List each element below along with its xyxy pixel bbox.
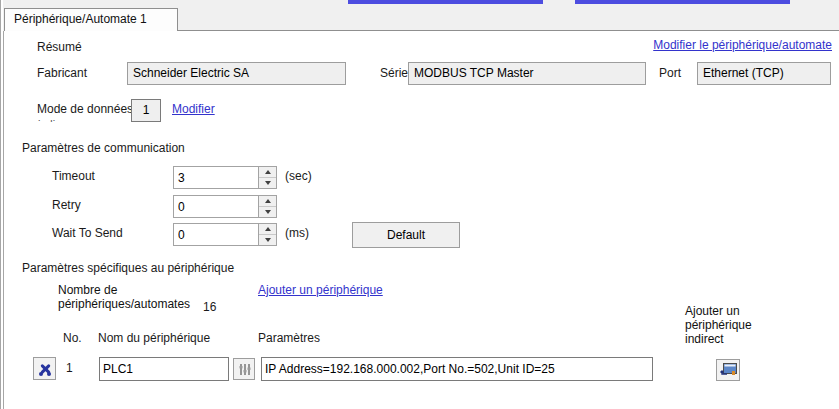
clipped-top-link-1[interactable] [348, 0, 543, 4]
device-specific-title: Paramètres spécifiques au périphérique [22, 261, 234, 275]
default-button[interactable]: Default [352, 222, 460, 248]
down-arrow-icon [265, 238, 271, 242]
wait-unit-label: (ms) [285, 226, 309, 240]
series-field: MODBUS TCP Master [408, 62, 646, 85]
timeout-stepper[interactable] [173, 166, 277, 189]
device-settings-button[interactable] [33, 357, 56, 380]
clipped-top-link-2[interactable] [575, 0, 790, 4]
port-field: Ethernet (TCP) [697, 62, 831, 85]
timeout-input[interactable] [174, 167, 258, 188]
column-header-name: Nom du périphérique [98, 331, 210, 345]
wait-down-button[interactable] [259, 234, 276, 245]
timeout-up-button[interactable] [259, 167, 276, 177]
tab-baseline [178, 30, 839, 31]
timeout-unit-label: (sec) [285, 169, 312, 183]
manufacturer-label: Fabricant [37, 66, 87, 80]
retry-spin-buttons [258, 196, 276, 217]
data-mode-edit-link[interactable]: Modifier [172, 102, 215, 116]
series-label: Série [380, 66, 408, 80]
retry-down-button[interactable] [259, 206, 276, 217]
tab-peripherique-automate-1[interactable]: Périphérique/Automate 1 [4, 8, 178, 31]
device-count-value: 16 [203, 300, 216, 314]
retry-input[interactable] [174, 196, 258, 217]
retry-up-button[interactable] [259, 196, 276, 206]
add-device-link[interactable]: Ajouter un périphérique [258, 283, 383, 297]
wait-up-button[interactable] [259, 224, 276, 234]
sliders-icon [238, 363, 251, 376]
manufacturer-field: Schneider Electric SA [127, 62, 346, 85]
data-mode-value-box: 1 [131, 99, 161, 122]
data-mode-label-clipped-line: indirect [38, 119, 64, 122]
retry-stepper[interactable] [173, 195, 277, 218]
device-name-input[interactable] [99, 357, 229, 381]
up-arrow-icon [265, 227, 271, 231]
column-header-params: Paramètres [258, 331, 320, 345]
down-arrow-icon [265, 210, 271, 214]
tools-icon [38, 362, 52, 376]
add-indirect-device-label: Ajouter un périphérique indirect [685, 304, 771, 346]
indirect-device-icon [720, 363, 737, 378]
device-settings-panel: Périphérique/Automate 1 Résumé Modifier … [0, 0, 839, 409]
device-count-label-line2: périphériques/automates [58, 297, 190, 311]
up-arrow-icon [265, 199, 271, 203]
device-params-input[interactable] [261, 357, 653, 381]
down-arrow-icon [265, 181, 271, 185]
up-arrow-icon [265, 170, 271, 174]
port-label: Port [659, 66, 681, 80]
edit-device-link[interactable]: Modifier le périphérique/automate [653, 38, 832, 52]
data-mode-label: Mode de données [37, 102, 133, 116]
device-count-label-line1: Nombre de [58, 283, 190, 297]
device-properties-button[interactable] [233, 358, 255, 380]
wait-to-send-input[interactable] [174, 224, 258, 245]
summary-title: Résumé [37, 40, 82, 54]
column-header-no: No. [63, 331, 82, 345]
wait-spin-buttons [258, 224, 276, 245]
add-indirect-device-button[interactable] [716, 359, 740, 381]
row-number: 1 [66, 361, 73, 375]
wait-to-send-stepper[interactable] [173, 223, 277, 246]
device-count-label: Nombre de périphériques/automates [58, 283, 190, 311]
timeout-label: Timeout [52, 169, 95, 183]
timeout-down-button[interactable] [259, 177, 276, 188]
wait-to-send-label: Wait To Send [52, 226, 123, 240]
communication-title: Paramètres de communication [22, 141, 185, 155]
retry-label: Retry [52, 198, 81, 212]
window-left-edge [0, 0, 4, 409]
timeout-spin-buttons [258, 167, 276, 188]
